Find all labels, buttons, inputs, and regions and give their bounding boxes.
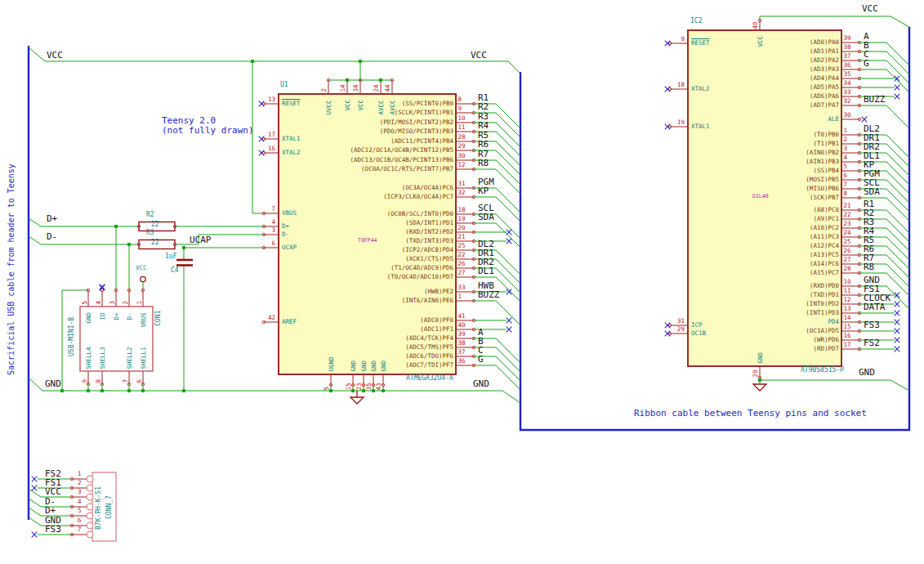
no-connect-icon (895, 311, 900, 316)
no-connect-icon (507, 318, 512, 324)
wire (886, 189, 909, 212)
junction-dot (127, 389, 132, 393)
no-connect-icon (895, 329, 900, 334)
junction-dot (346, 78, 350, 83)
no-connect-icon (100, 285, 105, 291)
u1-body (279, 94, 456, 374)
no-connect-icon (895, 302, 900, 307)
wire (29, 508, 41, 516)
wire (886, 43, 909, 65)
ic-bodies (80, 30, 841, 541)
wire (886, 286, 909, 309)
no-connect-icon (665, 41, 671, 47)
wire (886, 198, 909, 221)
no-connect-icon (895, 94, 900, 100)
junction-dot (114, 225, 118, 229)
no-connect-icon (895, 320, 900, 325)
wire (886, 51, 909, 74)
gnd-symbol-icon (753, 384, 766, 391)
wire (886, 246, 909, 269)
no-connect-icon (32, 486, 38, 491)
no-connect-icon (507, 327, 512, 333)
wire (886, 255, 909, 278)
conn7-pin-circle (87, 485, 93, 491)
wire (886, 135, 909, 158)
junction-dot (372, 389, 376, 393)
no-connect-icon (32, 477, 38, 482)
no-connect-icon (895, 338, 900, 343)
wire (29, 517, 41, 526)
no-connect-icon (32, 532, 38, 538)
gnd-symbol-icon (350, 391, 364, 404)
no-connect-icon (259, 137, 265, 142)
con1-body (80, 307, 153, 371)
junction-dot (141, 389, 145, 393)
no-connect-icon (259, 150, 265, 156)
conn7-pin-circle (87, 476, 93, 482)
no-connect-icon (665, 323, 671, 329)
junction-dot (758, 378, 762, 383)
schematic-canvas[interactable]: 8(SS/PCINT0)PB0R19(SCLK/PCINT1)PB1R210(P… (0, 0, 924, 564)
wire (886, 153, 909, 176)
wire (29, 489, 41, 497)
junction-dot (100, 389, 105, 393)
no-connect-icon (895, 85, 900, 91)
wire (886, 162, 909, 185)
wire (886, 237, 909, 260)
resistor-r2 (139, 222, 175, 231)
junction-dot (60, 389, 65, 393)
wire (886, 105, 909, 128)
conn7-pin-circle (87, 504, 93, 510)
vcc-power-icon (141, 276, 145, 281)
conn7-pin-circle (87, 531, 93, 538)
junction-dot (329, 389, 333, 393)
junction-dot (379, 78, 383, 83)
junction-dot (87, 389, 91, 393)
wire (886, 273, 909, 296)
wire (886, 171, 909, 194)
wire (886, 219, 909, 242)
schematic-drawing (0, 0, 924, 564)
no-connect-icon (507, 230, 512, 235)
conn7-body (92, 472, 116, 541)
wire (886, 69, 909, 92)
junction-dot (351, 389, 355, 393)
junction-dot (362, 389, 366, 393)
no-connect-icon (862, 117, 868, 123)
no-connect-icon (665, 87, 671, 92)
wire (886, 180, 909, 203)
no-connect-icon (259, 101, 265, 107)
junction-dot (359, 60, 363, 64)
wire (886, 228, 909, 251)
wire (886, 210, 909, 233)
junction-dot (182, 389, 186, 393)
no-connect-icon (665, 124, 671, 130)
conn7-pin-circle (87, 494, 93, 500)
ic2-body (688, 30, 841, 366)
conn7-pin-circle (87, 513, 93, 519)
wire (886, 60, 909, 83)
wire (886, 264, 909, 287)
junction-dot (182, 246, 186, 250)
conn7-pin-circle (87, 522, 93, 529)
no-connect-icon (665, 331, 671, 337)
wire (886, 144, 909, 167)
wire (29, 499, 41, 507)
no-connect-icon (895, 347, 900, 352)
junction-dot (127, 243, 132, 247)
resistor-r3 (139, 240, 175, 249)
junction-dot (251, 60, 255, 64)
no-connect-icon (507, 239, 512, 244)
junction-dot (382, 389, 386, 393)
